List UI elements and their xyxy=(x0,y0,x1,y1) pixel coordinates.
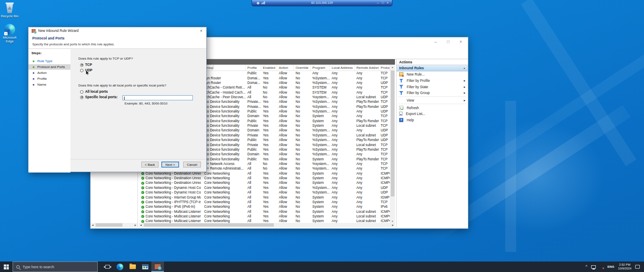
taskbar-search-box[interactable] xyxy=(13,262,98,272)
rule-row[interactable]: ✓Core Networking - IPHTTPS (TCP-In)Core … xyxy=(139,200,390,204)
rule-enabled-check-icon: ✓ xyxy=(141,186,144,189)
wizard-step-protocol-and-ports[interactable]: Protocol and Ports xyxy=(29,64,70,70)
rdp-minimize-button[interactable]: – xyxy=(377,0,379,5)
cell-override: No xyxy=(294,147,311,152)
wizard-step-name[interactable]: Name xyxy=(29,82,70,87)
scrollbar-thumb[interactable] xyxy=(96,223,122,227)
action-center-icon[interactable] xyxy=(635,265,640,269)
scrollbar-thumb[interactable] xyxy=(144,223,274,227)
action-item-filter-by-group[interactable]: Filter by Group▶ xyxy=(397,90,468,96)
network-icon[interactable] xyxy=(591,265,596,269)
column-header-program[interactable]: Program xyxy=(311,65,330,71)
radio-button[interactable] xyxy=(80,69,83,72)
taskbar-file-explorer-button[interactable] xyxy=(126,262,139,272)
cell-action: Allow xyxy=(277,128,294,133)
scrollbar-thumb[interactable] xyxy=(391,71,395,196)
action-item-help[interactable]: ?Help xyxy=(397,117,468,123)
rule-row[interactable]: ✓Core Networking - Destination Unreacha.… xyxy=(139,180,390,185)
rules-horizontal-scrollbar[interactable]: ◀ ▶ xyxy=(139,223,395,227)
language-indicator[interactable]: ENG xyxy=(608,265,614,269)
desktop-icon-label: Recycle Bin xyxy=(0,14,19,18)
start-button[interactable] xyxy=(0,262,13,272)
radio-button[interactable] xyxy=(80,96,83,99)
rule-row[interactable]: ✓Core Networking - Internet Group Mana..… xyxy=(139,195,390,199)
column-header-group[interactable]: Group^ xyxy=(201,65,246,71)
column-header-profile[interactable]: Profile xyxy=(246,65,261,71)
cell-remote_address: PlayTo Renderers xyxy=(355,99,379,104)
minimize-button[interactable]: – xyxy=(429,37,442,47)
taskbar-edge-button[interactable] xyxy=(114,262,126,272)
rule-row[interactable]: ✓Core Networking - Multicast Listener Do… xyxy=(139,209,390,214)
column-header-action[interactable]: Action xyxy=(277,65,294,71)
next-button[interactable]: Next > xyxy=(161,162,179,167)
ports-option-all-local-ports[interactable]: All local ports xyxy=(80,89,118,94)
rule-row[interactable]: ✓Core Networking - Dynamic Host Config..… xyxy=(139,190,390,195)
desktop-icon-microsoft-edge[interactable]: ↗ Microsoft Edge xyxy=(0,24,19,43)
column-header-protocol[interactable]: Protocol xyxy=(379,65,390,71)
collapse-icon[interactable]: ▲ xyxy=(463,65,465,71)
scroll-left-icon[interactable]: ◀ xyxy=(91,224,95,226)
wizard-step-rule-type[interactable]: Rule Type xyxy=(29,58,70,64)
wizard-step-action[interactable]: Action xyxy=(29,70,70,76)
cell-override: No xyxy=(294,90,311,95)
desktop-icon-recycle-bin[interactable]: Recycle Bin xyxy=(0,2,19,18)
action-item-export-list[interactable]: Export List... xyxy=(397,111,468,117)
rule-row[interactable]: ✓Core Networking - Dynamic Host Config..… xyxy=(139,186,390,190)
rule-row[interactable]: ✓Core Networking - IPv6 (IPv6-In)Core Ne… xyxy=(139,204,390,209)
action-item-view[interactable]: View▶ xyxy=(397,97,468,104)
close-button[interactable]: × xyxy=(454,37,467,47)
maximize-button[interactable]: □ xyxy=(442,37,454,47)
cell-override: No xyxy=(294,105,311,109)
protocol-option-tcp[interactable]: TCP xyxy=(80,62,92,68)
cell-protocol: TCP xyxy=(379,119,390,123)
cell-program: System xyxy=(311,209,330,214)
task-view-button[interactable] xyxy=(101,262,114,272)
cancel-button[interactable]: Cancel xyxy=(183,162,201,167)
column-header-override[interactable]: Override xyxy=(294,65,311,71)
recycle-bin-icon xyxy=(5,2,14,13)
scroll-up-icon[interactable]: ▲ xyxy=(390,65,395,70)
tray-expand-icon[interactable]: ^ xyxy=(586,265,587,269)
ports-option-specific-local-ports[interactable]: Specific local ports: xyxy=(80,94,118,100)
rule-row[interactable]: ✓Core Networking - Multicast Listener Qu… xyxy=(139,214,390,219)
radio-button[interactable] xyxy=(80,63,83,67)
taskbar-server-manager-button[interactable] xyxy=(139,262,151,272)
rules-vertical-scrollbar[interactable]: ▲ ▼ xyxy=(390,65,395,224)
rule-row[interactable]: ✓Core Networking - Destination Unreacha.… xyxy=(139,176,390,180)
rdp-restore-button[interactable]: □ xyxy=(382,0,384,5)
cell-profile: Domain xyxy=(246,152,261,157)
step-label: Protocol and Ports xyxy=(37,64,65,70)
actions-inbound-rules-header[interactable]: Inbound Rules ▲ xyxy=(397,65,468,71)
column-header-local_address[interactable]: Local Address xyxy=(330,65,355,71)
radio-button[interactable] xyxy=(80,90,83,94)
scroll-left-icon[interactable]: ◀ xyxy=(139,224,143,226)
scroll-right-icon[interactable]: ▶ xyxy=(133,224,138,226)
rdp-close-button[interactable]: × xyxy=(387,0,389,5)
wizard-close-icon[interactable]: × xyxy=(198,27,204,34)
cell-remote_address: Any xyxy=(355,176,379,180)
cell-profile: Domai... xyxy=(246,76,261,81)
scroll-right-icon[interactable]: ▶ xyxy=(391,224,395,226)
action-item-label: Refresh xyxy=(407,106,419,110)
column-header-enabled[interactable]: Enabled xyxy=(261,65,277,71)
cell-local_address: Any xyxy=(330,90,355,95)
cell-local_address: Any xyxy=(330,105,355,109)
wizard-step-profile[interactable]: Profile xyxy=(29,76,70,81)
action-item-filter-by-state[interactable]: Filter by State▶ xyxy=(397,84,468,90)
column-header-remote_address[interactable]: Remote Address xyxy=(355,65,379,71)
volume-muted-icon[interactable] xyxy=(600,265,604,269)
action-item-refresh[interactable]: Refresh xyxy=(397,105,468,111)
cell-group: t to Device functionality xyxy=(201,138,246,142)
cell-action: Allow xyxy=(277,195,294,200)
taskbar-clock[interactable]: 2:52 PM 10/9/2024 xyxy=(618,263,631,270)
taskbar-firewall-console-button[interactable] xyxy=(151,262,164,272)
tree-horizontal-scrollbar[interactable]: ◀ ▶ xyxy=(91,223,138,227)
back-button[interactable]: < Back xyxy=(141,162,158,167)
rdp-connection-bar[interactable]: 62.113.200.129 – □ × xyxy=(252,0,392,6)
action-item-filter-by-profile[interactable]: Filter by Profile▶ xyxy=(397,78,468,84)
specific-ports-input[interactable] xyxy=(122,95,193,100)
search-input[interactable] xyxy=(23,265,86,269)
action-item-new-rule[interactable]: New Rule... xyxy=(397,71,468,78)
cell-enabled: Yes xyxy=(261,143,277,147)
cell-group: Core Networking xyxy=(201,190,246,195)
